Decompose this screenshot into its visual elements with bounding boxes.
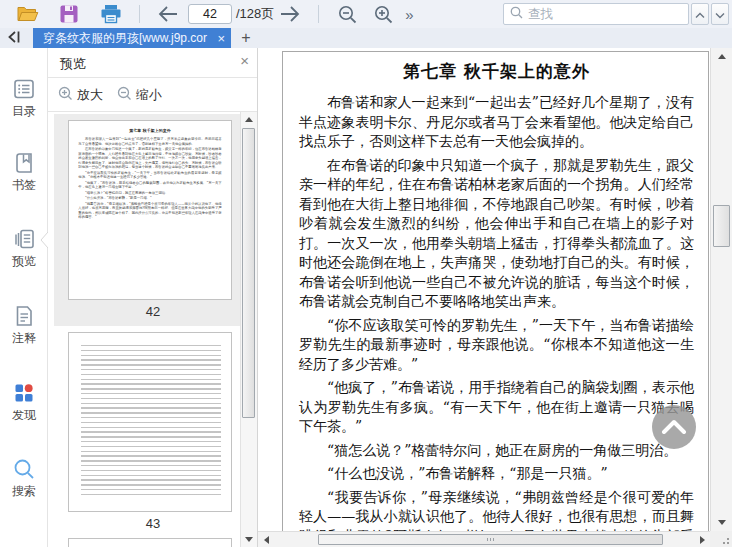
discover-grid-icon — [11, 380, 37, 406]
sidebar-tabstrip: 目录 书签 预览 注释 — [0, 48, 48, 547]
bookmark-book-icon — [11, 150, 37, 176]
sidebar-item-annotations[interactable]: 注释 — [0, 303, 48, 347]
doc-paragraph: “他疯了，”布鲁诺说，用手指绕着自己的脑袋划圈，表示他认为罗勒先生有多疯。“有一… — [299, 378, 694, 437]
back-to-top-button[interactable] — [652, 405, 696, 449]
grip-dots-icon — [720, 535, 729, 544]
sidebar-item-label: 搜索 — [0, 483, 48, 500]
sidebar-item-search[interactable]: 搜索 — [0, 456, 48, 500]
doc-paragraph: “他疯了，”布鲁诺说，用手指绕着自己的脑袋划圈，表示他认为罗勒先生有多疯。“有一… — [78, 180, 221, 189]
preview-panel: 预览 × 放大 缩小 — [48, 48, 258, 547]
save-icon — [58, 3, 80, 25]
sidebar-item-discover[interactable]: 发现 — [0, 380, 48, 424]
printer-icon — [99, 3, 123, 25]
chevron-up-icon — [695, 7, 705, 22]
chapter-body: 布鲁诺和家人一起来到“一起出去”已经好几个星期了，没有半点迹象表明卡尔、丹尼尔或… — [299, 93, 694, 547]
sidebar-item-label: 书签 — [0, 177, 48, 194]
horizontal-scrollbar[interactable] — [258, 531, 710, 547]
toolbar-divider — [139, 5, 140, 23]
preview-panel-title: 预览 — [60, 55, 86, 73]
doc-paragraph: 在布鲁诺的印象中只知道一个疯子，那就是罗勒先生，跟父亲一样的年纪，住在布鲁诺柏林… — [299, 156, 694, 312]
new-tab-button[interactable]: + — [231, 28, 261, 48]
chapter-title: 第七章 秋千架上的意外 — [299, 60, 694, 83]
triangle-right-icon — [700, 536, 705, 544]
horizontal-scroll-thumb[interactable] — [318, 534, 663, 545]
more-tools-button[interactable]: » — [405, 6, 413, 23]
zoom-in-label: 放大 — [77, 86, 103, 104]
preview-pages-icon — [11, 226, 37, 252]
preview-scroll-up-button[interactable] — [241, 112, 257, 127]
find-next-button[interactable] — [711, 3, 729, 25]
vertical-scrollbar[interactable] — [710, 48, 732, 531]
thumb-grip — [487, 538, 496, 541]
doc-paragraph: 布鲁诺和家人一起来到“一起出去”已经好几个星期了，没有半点迹象表明卡尔、丹尼尔或… — [299, 93, 694, 152]
main-toolbar: /128页 » — [0, 0, 732, 28]
resize-grip[interactable] — [710, 531, 732, 547]
left-arrow-icon — [157, 5, 179, 23]
find-previous-button[interactable] — [691, 3, 709, 25]
thumbnail-text-lines — [81, 345, 221, 497]
zoom-out-button[interactable] — [335, 2, 359, 26]
active-tab-notch — [40, 232, 48, 252]
doc-paragraph: “什么也没说，”布鲁诺解释，“那是一只猫。” — [78, 196, 221, 200]
zoom-in-circle-icon — [58, 86, 77, 104]
thumbnail-list: 第七章 秋千架上的意外 布鲁诺和家人一起来到“一起出去”已经好几个星期了，没有半… — [48, 112, 240, 547]
document-tab[interactable]: 穿条纹衣服的男孩[www.j9p.cor × — [33, 28, 231, 48]
thumbnail-page-43[interactable] — [68, 332, 232, 512]
doc-paragraph: “我要告诉你，”母亲继续说，“弗朗兹曾经是个很可爱的年轻人——我从小就认识他了。… — [78, 201, 221, 219]
next-page-button[interactable] — [278, 2, 302, 26]
thumbnail-chapter-title: 第七章 秋千架上的意外 — [78, 128, 221, 134]
doc-paragraph: “猫怎么说？”格蕾特尔问，她正在厨房的一角做三明治。 — [78, 190, 221, 194]
save-button[interactable] — [57, 2, 81, 26]
zoom-in-button[interactable] — [371, 2, 395, 26]
zoom-in-icon — [373, 4, 394, 25]
preview-scroll-down-button[interactable] — [241, 532, 257, 547]
sidebar-item-label: 目录 — [0, 103, 48, 120]
page-total-label: /128页 — [236, 5, 274, 23]
thumbnail-zoom-out-button[interactable]: 缩小 — [117, 86, 162, 104]
scroll-right-button[interactable] — [694, 532, 710, 547]
page-number-input[interactable] — [188, 4, 232, 24]
sidebar-item-bookmarks[interactable]: 书签 — [0, 150, 48, 194]
preview-close-button[interactable]: × — [240, 52, 249, 69]
thumbnail-page-label: 42 — [48, 304, 240, 319]
document-area: 第七章 秋千架上的意外 布鲁诺和家人一起来到“一起出去”已经好几个星期了，没有半… — [258, 48, 732, 547]
find-box — [503, 3, 689, 25]
vertical-scroll-thumb[interactable] — [713, 205, 730, 247]
chevron-up-icon — [661, 418, 687, 437]
annotation-page-icon — [11, 303, 37, 329]
find-input[interactable] — [528, 7, 682, 21]
tab-close-icon[interactable]: × — [217, 32, 225, 45]
triangle-up-icon — [718, 54, 726, 59]
doc-paragraph: 在布鲁诺的印象中只知道一个疯子，那就是罗勒先生，跟父亲一样的年纪，住在布鲁诺柏林… — [78, 147, 221, 169]
previous-page-button[interactable] — [156, 2, 180, 26]
scroll-up-button[interactable] — [711, 48, 732, 65]
tab-title: 穿条纹衣服的男孩[www.j9p.cor — [43, 30, 213, 47]
thumbnail-page-partial[interactable] — [68, 538, 232, 547]
scroll-down-button[interactable] — [711, 514, 732, 531]
preview-toolbar: 放大 缩小 — [48, 78, 257, 112]
catalog-list-icon — [11, 76, 37, 102]
tab-bar: 穿条纹衣服的男孩[www.j9p.cor × + — [0, 28, 732, 48]
thumbnail-page-42[interactable]: 第七章 秋千架上的意外 布鲁诺和家人一起来到“一起出去”已经好几个星期了，没有半… — [68, 120, 232, 300]
doc-paragraph: 布鲁诺和家人一起来到“一起出去”已经好几个星期了，没有半点迹象表明卡尔、丹尼尔或… — [78, 137, 221, 146]
find-group — [503, 3, 729, 25]
doc-paragraph: “什么也没说，”布鲁诺解释，“那是一只猫。” — [299, 464, 694, 484]
scroll-left-button[interactable] — [258, 532, 274, 547]
toolbar-divider — [318, 5, 319, 23]
print-button[interactable] — [99, 2, 123, 26]
doc-paragraph: “你不应该取笑可怜的罗勒先生，”一天下午，当布鲁诺描绘罗勒先生的最新事迹时，母亲… — [299, 316, 694, 375]
open-file-button[interactable] — [16, 2, 40, 26]
doc-paragraph: “猫怎么说？”格蕾特尔问，她正在厨房的一角做三明治。 — [299, 441, 694, 461]
thumbnail-zoom-in-button[interactable]: 放大 — [58, 86, 103, 104]
preview-scrollbar[interactable] — [240, 112, 257, 547]
doc-paragraph: “你不应该取笑可怜的罗勒先生，”一天下午，当布鲁诺描绘罗勒先生的最新事迹时，母亲… — [78, 170, 221, 179]
triangle-up-icon — [245, 117, 253, 122]
right-arrow-icon — [279, 5, 301, 23]
preview-scroll-thumb[interactable] — [242, 128, 255, 418]
preview-panel-header: 预览 × — [48, 48, 257, 78]
sidebar-item-catalog[interactable]: 目录 — [0, 76, 48, 120]
collapse-tabs-button[interactable] — [0, 28, 28, 48]
sidebar-item-label: 发现 — [0, 407, 48, 424]
sidebar-item-label: 预览 — [0, 253, 48, 270]
zoom-out-label: 缩小 — [136, 86, 162, 104]
